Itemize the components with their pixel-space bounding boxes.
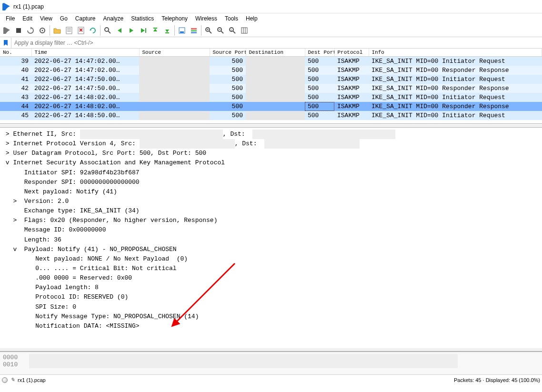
svg-line-23 [221, 31, 223, 33]
menu-file[interactable]: File [2, 14, 19, 23]
byte-offset: 0010 [3, 361, 18, 368]
tree-ip[interactable]: > Internet Protocol Version 4, Src: , Ds… [0, 139, 542, 149]
go-prev-button[interactable] [114, 25, 125, 36]
auto-scroll-button[interactable] [176, 25, 188, 36]
menu-go[interactable]: Go [56, 14, 71, 23]
menu-tools[interactable]: Tools [221, 14, 242, 23]
packet-row[interactable]: 452022-06-27 14:48:50.00…500500ISAKMPIKE… [0, 111, 542, 120]
packet-bytes[interactable]: 0000 0010 [0, 352, 542, 374]
packet-list[interactable]: No. Time Source Source Port Destination … [0, 49, 542, 124]
toolbar-separator [201, 25, 201, 36]
col-dest-port[interactable]: Dest Port [305, 49, 334, 57]
menu-view[interactable]: View [36, 14, 56, 23]
tree-field[interactable]: Message ID: 0x00000000 [0, 225, 542, 235]
app-fin-icon [2, 2, 10, 11]
window-title: rx1 (1).pcap [13, 3, 44, 10]
svg-rect-16 [191, 30, 197, 31]
toolbar-separator [100, 25, 100, 36]
find-button[interactable] [102, 25, 113, 36]
packet-list-header[interactable]: No. Time Source Source Port Destination … [0, 49, 542, 57]
tree-notify-message-type[interactable]: Notify Message Type: NO_PROPOSAL_CHOSEN … [0, 312, 542, 322]
packet-row[interactable]: 442022-06-27 14:48:02.00…500500ISAKMPIKE… [0, 102, 542, 111]
col-no[interactable]: No. [0, 49, 31, 57]
tree-version[interactable]: > Version: 2.0 [0, 197, 542, 206]
statusbar: ✎ rx1 (1).pcap Packets: 45 · Displayed: … [0, 374, 542, 385]
tree-udp[interactable]: > User Datagram Protocol, Src Port: 500,… [0, 149, 542, 158]
tree-field[interactable]: SPI Size: 0 [0, 302, 542, 312]
restart-capture-button[interactable] [25, 25, 36, 36]
toolbar-separator [174, 25, 175, 36]
zoom-out-button[interactable] [215, 25, 226, 36]
col-destination[interactable]: Destination [246, 49, 305, 57]
menubar: File Edit View Go Capture Analyze Statis… [0, 13, 542, 24]
tree-flags[interactable]: > Flags: 0x20 (Responder, No higher vers… [0, 216, 542, 225]
status-file-label: rx1 (1).pcap [18, 377, 46, 383]
col-time[interactable]: Time [31, 49, 139, 57]
tree-field[interactable]: Initiator SPI: 92a98df4b23bf687 [0, 168, 542, 178]
tree-field[interactable]: Payload length: 8 [0, 283, 542, 292]
byte-offset: 0000 [3, 354, 18, 361]
edit-icon[interactable]: ✎ [10, 377, 15, 383]
svg-line-26 [233, 31, 235, 33]
tree-field[interactable]: Protocol ID: RESERVED (0) [0, 292, 542, 302]
svg-point-2 [42, 30, 43, 31]
start-capture-button[interactable] [1, 25, 12, 36]
horizontal-splitter[interactable] [0, 348, 542, 352]
go-last-button[interactable] [161, 25, 173, 36]
go-next-button[interactable] [126, 25, 137, 36]
packet-row[interactable]: 402022-06-27 14:47:02.00…500500ISAKMPIKE… [0, 66, 542, 75]
stop-capture-button[interactable] [13, 25, 24, 36]
resize-columns-button[interactable] [239, 25, 250, 36]
display-filter-input[interactable] [11, 38, 542, 48]
svg-rect-28 [241, 28, 247, 33]
svg-rect-11 [153, 28, 157, 29]
menu-capture[interactable]: Capture [71, 14, 100, 23]
tree-field[interactable]: Next payload: Notify (41) [0, 187, 542, 197]
svg-rect-12 [165, 32, 169, 33]
packet-row[interactable]: 392022-06-27 14:47:02.00…500500ISAKMPIKE… [0, 57, 542, 66]
close-file-button[interactable] [75, 25, 87, 36]
tree-field[interactable]: Responder SPI: 0000000000000000 [0, 178, 542, 187]
capture-options-button[interactable] [37, 25, 48, 36]
horizontal-splitter[interactable] [0, 124, 542, 128]
go-packet-button[interactable] [138, 25, 149, 36]
save-file-button[interactable] [63, 25, 75, 36]
svg-rect-10 [145, 28, 146, 33]
filter-bookmark-button[interactable] [0, 38, 11, 48]
tree-field[interactable]: 0... .... = Critical Bit: Not critical [0, 264, 542, 273]
zoom-in-button[interactable] [203, 25, 214, 36]
packet-details[interactable]: > Ethernet II, Src: , Dst: > Internet Pr… [0, 128, 542, 348]
tree-field[interactable]: Next payload: NONE / No Next Payload (0) [0, 254, 542, 264]
tree-field[interactable]: Exchange type: IKE_SA_INIT (34) [0, 206, 542, 216]
col-protocol[interactable]: Protocol [334, 49, 369, 57]
go-first-button[interactable] [150, 25, 161, 36]
menu-edit[interactable]: Edit [19, 14, 36, 23]
packet-row[interactable]: 412022-06-27 14:47:50.00…500500ISAKMPIKE… [0, 75, 542, 84]
menu-analyze[interactable]: Analyze [100, 14, 128, 23]
colorize-button[interactable] [188, 25, 200, 36]
menu-help[interactable]: Help [242, 14, 261, 23]
tree-field[interactable]: Length: 36 [0, 235, 542, 245]
menu-telephony[interactable]: Telephony [158, 14, 191, 23]
packet-row[interactable]: 432022-06-27 14:48:02.00…500500ISAKMPIKE… [0, 93, 542, 102]
display-filter-bar [0, 37, 542, 49]
col-source[interactable]: Source [139, 49, 210, 57]
tree-payload-notify[interactable]: v Payload: Notify (41) - NO_PROPOSAL_CHO… [0, 245, 542, 254]
col-source-port[interactable]: Source Port [210, 49, 246, 57]
zoom-reset-button[interactable]: 1 [227, 25, 238, 36]
menu-statistics[interactable]: Statistics [127, 14, 158, 23]
expert-info-icon[interactable] [2, 377, 8, 383]
reload-button[interactable] [87, 25, 99, 36]
tree-isakmp[interactable]: v Internet Security Association and Key … [0, 158, 542, 168]
open-file-button[interactable] [51, 25, 63, 36]
svg-rect-3 [66, 27, 72, 34]
status-packet-count: Packets: 45 · Displayed: 45 (100.0%) [454, 377, 540, 383]
tree-ethernet[interactable]: > Ethernet II, Src: , Dst: [0, 130, 542, 139]
col-info[interactable]: Info [369, 49, 542, 57]
svg-line-19 [209, 31, 211, 33]
svg-point-8 [105, 28, 109, 31]
tree-field[interactable]: Notification DATA: <MISSING> [0, 322, 542, 331]
menu-wireless[interactable]: Wireless [191, 14, 221, 23]
packet-row[interactable]: 422022-06-27 14:47:50.00…500500ISAKMPIKE… [0, 84, 542, 93]
tree-field[interactable]: .000 0000 = Reserved: 0x00 [0, 273, 542, 283]
